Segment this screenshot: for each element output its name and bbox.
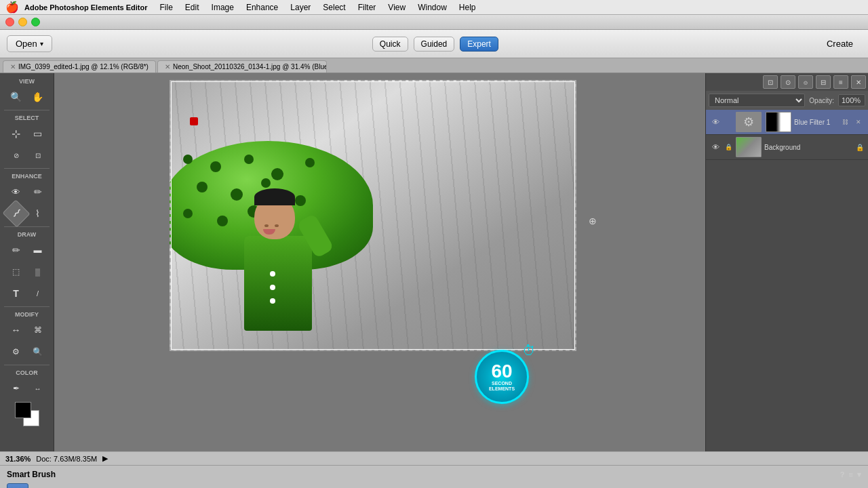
- smart-brush-tool[interactable]: ⌇: [2, 199, 30, 227]
- red-eye-tool[interactable]: 👁: [6, 182, 26, 201]
- layer-0-chain[interactable]: ⛓: [840, 117, 850, 127]
- menu-layer[interactable]: Layer: [285, 1, 316, 14]
- canvas-image: [170, 80, 576, 351]
- menu-file[interactable]: File: [155, 1, 178, 14]
- quick-select-tool[interactable]: ⊡: [28, 146, 48, 165]
- tab-0[interactable]: ✕ IMG_0399_edited-1.jpg @ 12.1% (RGB/8*): [3, 60, 156, 73]
- tabs-bar: ✕ IMG_0399_edited-1.jpg @ 12.1% (RGB/8*)…: [0, 58, 868, 73]
- layer-1-info: Background: [764, 144, 853, 151]
- panel-list-icon[interactable]: ≡: [849, 470, 853, 479]
- red-eye-2-tool[interactable]: 🔍: [28, 342, 48, 361]
- lasso-tool[interactable]: ⊘: [6, 146, 26, 165]
- zoom-tool[interactable]: 🔍: [6, 87, 26, 106]
- marquee-tool[interactable]: ▭: [28, 124, 48, 143]
- layers-option-1[interactable]: ⊡: [763, 75, 778, 89]
- menu-edit[interactable]: Edit: [180, 1, 205, 14]
- layers-close[interactable]: ✕: [851, 75, 866, 89]
- layers-panel: ⊡ ⊙ ⌾ ⊟ ≡ ✕ Normal Multiply Screen Overl…: [705, 73, 868, 451]
- recompose-tool[interactable]: ⌘: [28, 321, 48, 340]
- layer-1-lock-icon: 🔒: [856, 144, 864, 151]
- brush-enhance-tool[interactable]: ✏: [28, 182, 48, 201]
- panel-title-row: Smart Brush ? ≡ ▾: [7, 470, 861, 479]
- pencil-draw-tool[interactable]: ✏: [6, 241, 26, 260]
- layer-0-thumb-main: ⚙: [736, 112, 762, 132]
- pan-tool[interactable]: ✋: [28, 87, 48, 106]
- badge-number: 60: [491, 362, 512, 381]
- status-arrow[interactable]: ▶: [102, 454, 108, 463]
- tab-close-0[interactable]: ✕: [10, 63, 16, 70]
- close-button[interactable]: [5, 18, 14, 26]
- layer-1-eye[interactable]: 👁: [710, 142, 721, 152]
- layer-0-lock: [724, 117, 733, 127]
- canvas-area[interactable]: ↖ ↕ ↔: [54, 73, 705, 451]
- gradient-tool[interactable]: ▒: [28, 262, 48, 281]
- toolbar: Open ▾ Quick Guided Expert Create: [0, 30, 868, 58]
- menu-filter[interactable]: Filter: [353, 1, 382, 14]
- color-swatches-area: [0, 399, 54, 429]
- app-name-menu: Adobe Photoshop Elements Editor: [24, 3, 148, 12]
- panel-arrow-icon[interactable]: ▾: [857, 470, 861, 479]
- color-section-label: COLOR: [0, 367, 54, 378]
- menu-help[interactable]: Help: [454, 1, 481, 14]
- panel-help-icon[interactable]: ?: [840, 470, 845, 479]
- layers-option-5[interactable]: ≡: [833, 75, 848, 89]
- layer-0-thumb-mask[interactable]: [766, 112, 791, 132]
- panel-icons-row: ⊡ ⊙ ⌾ ⊟ ≡ ✕: [706, 73, 868, 91]
- menu-image[interactable]: Image: [206, 1, 239, 14]
- menu-enhance[interactable]: Enhance: [241, 1, 283, 14]
- apple-menu[interactable]: 🍎: [5, 1, 19, 14]
- brush-controls: + + +↙ Blue Filter ▲ ▼ ▾ 25 Size: 25: [7, 483, 861, 488]
- eyedropper-tool[interactable]: ✒: [6, 379, 26, 398]
- layer-0-info: Blue Filter 1: [794, 119, 837, 126]
- traffic-lights: [5, 18, 40, 26]
- tab-label-0: IMG_0399_edited-1.jpg @ 12.1% (RGB/8*): [18, 63, 149, 70]
- eraser-tool[interactable]: ▬: [28, 241, 48, 260]
- badge-text-line2: ELEMENTS: [489, 386, 515, 392]
- layers-option-2[interactable]: ⊙: [781, 75, 795, 89]
- foreground-color-swatch[interactable]: [15, 402, 31, 418]
- move-tool[interactable]: ⊹: [6, 124, 26, 143]
- open-arrow-icon: ▾: [40, 40, 43, 47]
- layers-option-3[interactable]: ⌾: [798, 75, 813, 89]
- create-button[interactable]: Create: [818, 36, 861, 52]
- tab-close-1[interactable]: ✕: [165, 63, 170, 70]
- modify-section-label: MODIFY: [0, 309, 54, 319]
- crop-tool[interactable]: ↔: [6, 321, 26, 340]
- mode-quick[interactable]: Quick: [372, 37, 408, 52]
- tab-1[interactable]: ✕ Neon_Shoot_20110326_0134-1.jpg @ 31.4%…: [157, 60, 327, 73]
- minimize-button[interactable]: [18, 18, 27, 26]
- layer-0-eye[interactable]: 👁: [710, 117, 721, 127]
- paint-bucket-tool[interactable]: ⬚: [6, 262, 26, 281]
- main-content: VIEW 🔍 ✋ SELECT ⊹ ▭ ⊘ ⊡ ENHANCE 👁 ✏ ⌇ ⌇ …: [0, 73, 868, 451]
- panel-title-label: Smart Brush: [7, 470, 56, 479]
- opacity-input[interactable]: [838, 94, 865, 106]
- blend-mode-select[interactable]: Normal Multiply Screen Overlay: [709, 94, 805, 107]
- detail-smart-brush-tool[interactable]: ⌇: [28, 204, 48, 223]
- menu-window[interactable]: Window: [412, 1, 452, 14]
- menu-select[interactable]: Select: [317, 1, 351, 14]
- red-indicator: [190, 117, 198, 125]
- doc-size-display: Doc: 7.63M/8.35M: [36, 455, 97, 463]
- swap-colors-btn[interactable]: ↔: [28, 379, 48, 398]
- select-section-label: SELECT: [0, 113, 54, 123]
- canvas-wrapper: ↖ ↕ ↔: [170, 80, 576, 351]
- content-aware-tool[interactable]: ⚙: [6, 342, 26, 361]
- text-tool[interactable]: T: [6, 284, 26, 303]
- status-bar: 31.36% Doc: 7.63M/8.35M ▶: [0, 451, 868, 465]
- maximize-button[interactable]: [31, 18, 40, 26]
- menu-view[interactable]: View: [382, 1, 411, 14]
- new-selection-btn[interactable]: +: [7, 483, 28, 488]
- layer-0-delete[interactable]: ✕: [853, 117, 864, 127]
- custom-shape-tool[interactable]: /: [28, 284, 48, 303]
- view-section-label: VIEW: [0, 76, 54, 86]
- tools-panel: VIEW 🔍 ✋ SELECT ⊹ ▭ ⊘ ⊡ ENHANCE 👁 ✏ ⌇ ⌇ …: [0, 73, 54, 451]
- blend-mode-row: Normal Multiply Screen Overlay Opacity:: [706, 91, 868, 110]
- mode-guided[interactable]: Guided: [414, 37, 455, 52]
- layer-item-0[interactable]: 👁 ⚙ Blue Filter 1 ⛓ ✕: [706, 110, 868, 135]
- open-button[interactable]: Open ▾: [7, 35, 52, 52]
- layers-option-4[interactable]: ⊟: [816, 75, 831, 89]
- layer-item-1[interactable]: 👁 🔒 Background 🔒: [706, 135, 868, 160]
- mode-expert[interactable]: Expert: [460, 37, 498, 52]
- canvas-crosshair: ⊕: [589, 216, 597, 226]
- layer-1-name: Background: [764, 144, 853, 151]
